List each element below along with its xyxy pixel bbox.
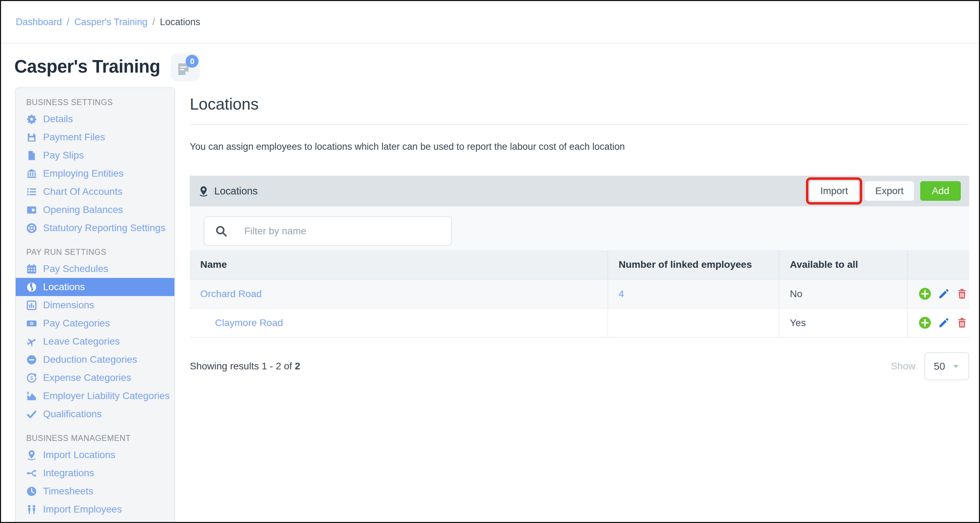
notes-button[interactable]: 0 — [170, 54, 200, 81]
linked-employees-link[interactable]: 4 — [619, 288, 624, 299]
page-size-control: Show 50 — [891, 352, 969, 380]
filter-input[interactable] — [243, 225, 444, 237]
page-header: Casper's Training 0 — [14, 53, 200, 81]
card-icon — [26, 204, 37, 216]
globe-icon — [26, 282, 37, 293]
sidebar-item-label: Opening Balances — [43, 204, 123, 216]
sidebar-item-pay-categories[interactable]: Pay Categories — [16, 314, 174, 332]
sidebar-item-import-locations[interactable]: Import Locations — [16, 446, 174, 464]
sidebar-item-label: Locations — [43, 281, 85, 293]
section-description: You can assign employees to locations wh… — [190, 141, 969, 152]
sidebar-item-import-employees[interactable]: Import Employees — [16, 500, 174, 518]
page-size-select[interactable]: 50 — [924, 352, 969, 380]
sidebar-section-items: Import Locations Integrations Timesheets… — [16, 446, 174, 518]
sidebar-item-deduction-categories[interactable]: Deduction Categories — [16, 350, 174, 369]
sidebar-item-label: Integrations — [43, 468, 94, 479]
branch-icon — [26, 468, 37, 479]
sidebar-section-title: BUSINESS SETTINGS — [26, 98, 174, 107]
sidebar-item-label: Leave Categories — [43, 336, 119, 347]
file-icon — [26, 150, 37, 161]
add-sublocation-icon[interactable] — [918, 287, 931, 300]
sidebar-item-integrations[interactable]: Integrations — [16, 464, 174, 482]
sidebar-section-title: PAY RUN SETTINGS — [26, 247, 174, 257]
sidebar-item-label: Import Employees — [43, 504, 122, 515]
breadcrumb-separator: / — [67, 17, 70, 28]
sidebar-item-label: Chart Of Accounts — [43, 186, 123, 197]
import-button-wrapper: Import — [810, 181, 858, 201]
page-title: Casper's Training — [14, 53, 160, 81]
breadcrumb-dashboard[interactable]: Dashboard — [16, 17, 62, 28]
sidebar-item-label: Dimensions — [43, 300, 94, 311]
sidebar-section: BUSINESS MANAGEMENT Import Locations Int… — [16, 434, 174, 518]
location-link[interactable]: Orchard Road — [200, 288, 262, 299]
column-header-available-to-all: Available to all — [779, 250, 908, 279]
edit-icon[interactable] — [938, 288, 950, 300]
main-content: Locations You can assign employees to lo… — [190, 87, 969, 380]
sidebar-item-details[interactable]: Details — [16, 110, 174, 128]
map-pin-base-icon — [26, 450, 37, 461]
sidebar-item-label: Payment Files — [43, 132, 105, 143]
sidebar-item-locations[interactable]: Locations — [16, 278, 174, 296]
sidebar-item-opening-balances[interactable]: Opening Balances — [16, 201, 174, 219]
locations-table: Name Number of linked employees Availabl… — [190, 250, 969, 338]
column-header-linked-employees: Number of linked employees — [608, 250, 779, 279]
sidebar-item-label: Qualifications — [43, 409, 102, 420]
delete-icon[interactable] — [956, 317, 968, 328]
calendar-icon — [26, 264, 37, 274]
table-row: Claymore Road Yes — [190, 308, 969, 337]
plane-icon — [26, 336, 37, 347]
breadcrumb-separator: / — [153, 17, 155, 28]
sidebar-item-label: Pay Categories — [43, 318, 110, 329]
sidebar-item-label: Employing Entities — [43, 168, 123, 179]
sidebar-item-dimensions[interactable]: Dimensions — [16, 296, 174, 314]
sidebar-item-pay-slips[interactable]: Pay Slips — [16, 146, 174, 165]
add-sublocation-icon[interactable] — [918, 316, 931, 329]
results-text: Showing results 1 - 2 of — [190, 361, 292, 371]
search-icon — [215, 225, 228, 238]
minus-circle-icon — [26, 354, 37, 365]
column-header-actions — [908, 250, 969, 279]
delete-icon[interactable] — [956, 288, 968, 300]
sidebar-item-statutory-reporting-settings[interactable]: Statutory Reporting Settings — [16, 219, 174, 237]
svg-text:$: $ — [30, 375, 33, 381]
panel-body: Name Number of linked employees Availabl… — [190, 206, 969, 338]
sidebar-section-items: Pay Schedules Locations Dimensions Pay C… — [16, 260, 174, 423]
sidebar-item-label: Pay Schedules — [43, 263, 108, 274]
import-button[interactable]: Import — [810, 181, 858, 201]
sidebar-item-employing-entities[interactable]: Employing Entities — [16, 165, 174, 182]
sidebar-item-pay-schedules[interactable]: Pay Schedules — [16, 260, 174, 278]
areachart-icon — [26, 391, 37, 401]
sidebar-item-leave-categories[interactable]: Leave Categories — [16, 332, 174, 350]
caret-down-icon — [952, 362, 960, 370]
sidebar-item-qualifications[interactable]: Qualifications — [16, 405, 174, 423]
sidebar-item-expense-categories[interactable]: $ Expense Categories — [16, 369, 174, 387]
sidebar-item-label: Deduction Categories — [43, 354, 137, 365]
locations-panel: Locations Import Export Add — [190, 176, 969, 338]
page-size-value: 50 — [934, 361, 945, 372]
people-icon — [26, 504, 37, 515]
floppy-icon — [26, 132, 37, 143]
app-window: Dashboard / Casper's Training / Location… — [0, 0, 980, 523]
sidebar-sections: BUSINESS SETTINGS Details Payment Files … — [16, 98, 174, 518]
lifering-icon — [26, 223, 37, 234]
sidebar-item-payment-files[interactable]: Payment Files — [16, 128, 174, 146]
show-label: Show — [891, 361, 915, 372]
sidebar-item-timesheets[interactable]: Timesheets — [16, 482, 174, 500]
sidebar-item-chart-of-accounts[interactable]: Chart Of Accounts — [16, 182, 174, 201]
sidebar-item-label: Import Locations — [43, 449, 115, 461]
column-header-name: Name — [190, 250, 608, 279]
table-body: Orchard Road 4 No Claymore Road Yes — [190, 279, 969, 337]
add-button[interactable]: Add — [920, 181, 961, 201]
sidebar-section: BUSINESS SETTINGS Details Payment Files … — [16, 98, 174, 237]
sidebar-item-label: Employer Liability Categories — [43, 390, 170, 401]
results-summary: Showing results 1 - 2 of 2 — [190, 361, 300, 372]
edit-icon[interactable] — [938, 317, 950, 328]
sidebar-item-label: Pay Slips — [43, 150, 84, 161]
export-button[interactable]: Export — [865, 181, 914, 201]
sidebar-item-employer-liability-categories[interactable]: Employer Liability Categories — [16, 387, 174, 405]
banknote-icon — [26, 318, 37, 329]
location-link[interactable]: Claymore Road — [215, 317, 283, 328]
panel-actions: Import Export Add — [810, 181, 961, 201]
list-icon — [26, 187, 37, 197]
breadcrumb-business[interactable]: Casper's Training — [75, 17, 148, 28]
